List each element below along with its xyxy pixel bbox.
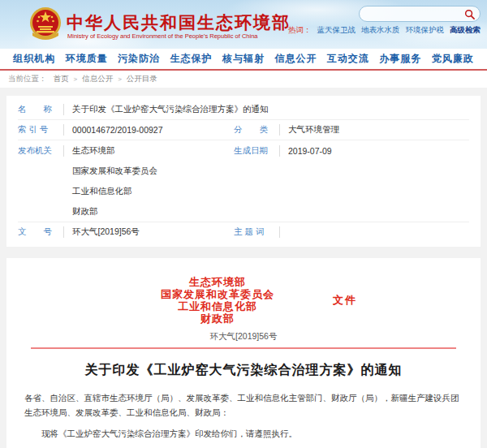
document-meta-table: 名 称 关于印发《工业炉窑大气污染综合治理方案》的通知 索 引 号 000014… (6, 96, 481, 247)
hot-link-surface-water[interactable]: 地表水水质 (361, 25, 400, 36)
document-body: 各省、自治区、直辖市生态环境厅（局）、发展改革委、工业和信息化主管部门、财政厅（… (24, 390, 463, 448)
hot-link-env-tax[interactable]: 环境保护税 (406, 25, 445, 36)
nav-item-pollution-control[interactable]: 污染防治 (118, 52, 160, 66)
meta-pair-docno: 文 号 环大气[2019]56号 (18, 226, 234, 238)
breadcrumb-prefix: 当前位置： (8, 74, 47, 84)
meta-value-issuer-4: 财政部 (72, 206, 98, 218)
nav-item-interaction[interactable]: 互动交流 (327, 52, 369, 66)
divider (279, 226, 280, 238)
nav-item-party-conduct[interactable]: 党风廉政 (432, 52, 474, 66)
agency-name: 生态环境部 (24, 276, 411, 288)
meta-row-issuer: 发布机关 生态环境部 生成日期 2019-07-09 (18, 140, 469, 161)
search-box[interactable] (359, 6, 481, 22)
search-input[interactable] (368, 10, 464, 19)
meta-row-index: 索 引 号 000014672/2019-00927 分 类 大气环境管理 (18, 120, 469, 140)
nav-item-organization[interactable]: 组织机构 (13, 52, 55, 66)
site-title: 中华人民共和国生态环境部 (67, 11, 291, 34)
divider (63, 226, 64, 238)
meta-value-issuer-1: 生态环境部 (72, 145, 115, 157)
meta-value-docno: 环大气[2019]56号 (72, 226, 140, 238)
nav-item-env-quality[interactable]: 环境质量 (66, 52, 108, 66)
hot-words-bar: 热词： 蓝天保卫战 地表水水质 环境保护税 高级检索 (288, 25, 481, 36)
breadcrumb-separator: > (118, 75, 122, 83)
main-nav: 组织机构 环境质量 污染防治 生态保护 核与辐射 信息公开 互动交流 办事服务 … (0, 49, 487, 71)
meta-label-name: 名 称 (18, 104, 58, 115)
meta-row-name: 名 称 关于印发《工业炉窑大气污染综合治理方案》的通知 (18, 100, 469, 120)
divider (279, 124, 280, 136)
meta-row-docno: 文 号 环大气[2019]56号 主 题 词 (18, 222, 469, 242)
meta-label-index: 索 引 号 (18, 124, 58, 136)
meta-row-issuer-cont: 财政部 (18, 201, 469, 222)
nav-item-nuclear-radiation[interactable]: 核与辐射 (222, 52, 265, 66)
meta-pair-date: 生成日期 2019-07-09 (234, 145, 469, 157)
breadcrumb-separator: > (74, 75, 78, 83)
breadcrumb-home[interactable]: 首页 (54, 74, 69, 84)
site-header: 中华人民共和国生态环境部 Ministry of Ecology and Env… (0, 0, 487, 49)
divider (63, 124, 64, 136)
document-content: 生态环境部 国家发展和改革委员会 工业和信息化部 财政部 文件 环大气[2019… (6, 258, 481, 448)
body-paragraph: 现将《工业炉窑大气污染综合治理方案》印发给你们，请遵照执行。 (24, 426, 463, 441)
nav-item-eco-protection[interactable]: 生态保护 (170, 52, 213, 66)
divider (63, 145, 64, 157)
document-type-label: 文件 (333, 293, 357, 308)
meta-pair-index: 索 引 号 000014672/2019-00927 (18, 124, 234, 136)
hot-words-label: 热词： (288, 25, 312, 36)
national-emblem-icon (29, 5, 62, 42)
meta-value-category: 大气环境管理 (288, 124, 339, 136)
meta-value-name: 关于印发《工业炉窑大气污染综合治理方案》的通知 (72, 104, 269, 115)
search-icon[interactable] (464, 9, 475, 19)
hot-link-blue-sky[interactable]: 蓝天保卫战 (317, 25, 356, 36)
meta-label-category: 分 类 (234, 124, 274, 136)
breadcrumb-public-catalog[interactable]: 公开目录 (127, 74, 157, 84)
site-subtitle: Ministry of Ecology and Environment of t… (67, 32, 257, 40)
divider (63, 104, 64, 115)
meta-pair-issuer: 发布机关 生态环境部 (18, 145, 234, 157)
document-number: 环大气[2019]56号 (24, 331, 463, 342)
nav-item-services[interactable]: 办事服务 (379, 52, 421, 66)
document-title: 关于印发《工业炉窑大气污染综合治理方案》的通知 (24, 362, 463, 379)
breadcrumb-info-disclosure[interactable]: 信息公开 (82, 74, 113, 84)
meta-value-index: 000014672/2019-00927 (72, 125, 163, 135)
letterhead-divider (31, 347, 456, 349)
meta-label-subject: 主 题 词 (234, 226, 274, 238)
meta-value-issuer-3: 工业和信息化部 (72, 186, 132, 197)
meta-value-issuer-2: 国家发展和改革委员会 (72, 166, 157, 177)
salutation-paragraph: 各省、自治区、直辖市生态环境厅（局）、发展改革委、工业和信息化主管部门、财政厅（… (24, 390, 463, 420)
meta-value-date: 2019-07-09 (288, 146, 332, 156)
advanced-search-link[interactable]: 高级检索 (450, 25, 481, 36)
document-letterhead: 生态环境部 国家发展和改革委员会 工业和信息化部 财政部 文件 (24, 276, 463, 325)
meta-row-issuer-cont: 国家发展和改革委员会 (18, 161, 469, 181)
meta-pair-subject: 主 题 词 (234, 226, 469, 238)
meta-row-issuer-cont: 工业和信息化部 (18, 181, 469, 201)
meta-pair-category: 分 类 大气环境管理 (234, 124, 469, 136)
meta-label-date: 生成日期 (234, 145, 274, 157)
breadcrumb: 当前位置： 首页 > 信息公开 > 公开目录 (0, 71, 487, 88)
divider (279, 145, 280, 157)
nav-item-info-disclosure[interactable]: 信息公开 (274, 52, 317, 66)
agency-name: 财政部 (24, 312, 411, 325)
letterhead-agencies: 生态环境部 国家发展和改革委员会 工业和信息化部 财政部 (24, 276, 463, 325)
meta-label-docno: 文 号 (18, 226, 58, 238)
meta-label-issuer: 发布机关 (18, 145, 58, 157)
